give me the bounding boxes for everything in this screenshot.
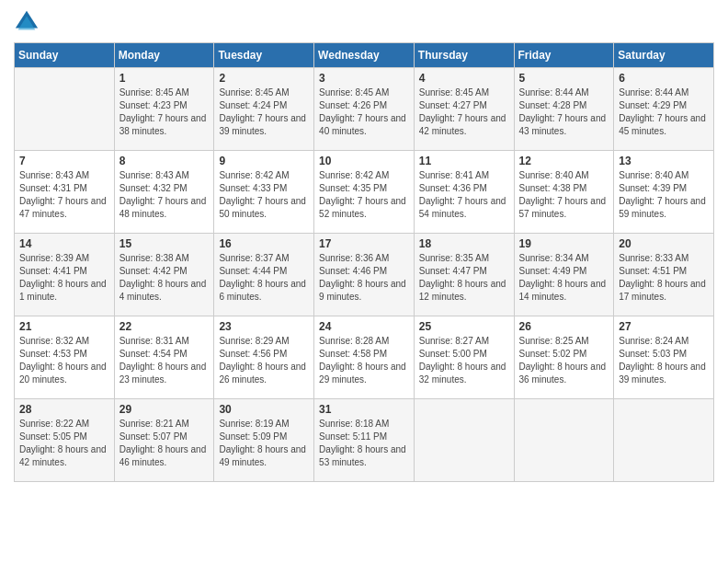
header-wednesday: Wednesday [314, 43, 415, 68]
day-info: Sunrise: 8:29 AMSunset: 4:56 PMDaylight:… [219, 335, 309, 386]
day-cell: 27Sunrise: 8:24 AMSunset: 5:03 PMDayligh… [614, 316, 714, 399]
logo-icon [14, 9, 40, 35]
day-info: Sunrise: 8:45 AMSunset: 4:27 PMDaylight:… [419, 86, 509, 138]
day-cell [414, 399, 514, 482]
day-info: Sunrise: 8:28 AMSunset: 4:58 PMDaylight:… [319, 335, 409, 386]
day-cell: 9Sunrise: 8:42 AMSunset: 4:33 PMDaylight… [214, 151, 314, 234]
day-info: Sunrise: 8:43 AMSunset: 4:32 PMDaylight:… [119, 169, 210, 221]
day-info: Sunrise: 8:42 AMSunset: 4:33 PMDaylight:… [219, 169, 309, 221]
day-cell: 5Sunrise: 8:44 AMSunset: 4:28 PMDaylight… [514, 68, 614, 151]
day-number: 22 [119, 320, 210, 333]
day-number: 27 [619, 320, 709, 333]
day-cell: 29Sunrise: 8:21 AMSunset: 5:07 PMDayligh… [114, 399, 214, 482]
day-cell: 8Sunrise: 8:43 AMSunset: 4:32 PMDaylight… [114, 151, 214, 234]
day-number: 30 [219, 403, 309, 416]
day-cell: 28Sunrise: 8:22 AMSunset: 5:05 PMDayligh… [15, 399, 115, 482]
day-cell: 7Sunrise: 8:43 AMSunset: 4:31 PMDaylight… [15, 151, 115, 234]
day-info: Sunrise: 8:45 AMSunset: 4:26 PMDaylight:… [319, 86, 409, 138]
day-number: 24 [319, 320, 409, 333]
day-info: Sunrise: 8:34 AMSunset: 4:49 PMDaylight:… [519, 252, 609, 304]
day-cell [614, 399, 714, 482]
day-info: Sunrise: 8:35 AMSunset: 4:47 PMDaylight:… [419, 252, 509, 304]
day-cell: 16Sunrise: 8:37 AMSunset: 4:44 PMDayligh… [214, 234, 314, 316]
day-cell: 18Sunrise: 8:35 AMSunset: 4:47 PMDayligh… [414, 234, 514, 316]
day-info: Sunrise: 8:39 AMSunset: 4:41 PMDaylight:… [19, 252, 109, 304]
day-number: 9 [219, 155, 309, 167]
day-info: Sunrise: 8:18 AMSunset: 5:11 PMDaylight:… [319, 418, 409, 469]
day-number: 26 [519, 320, 609, 333]
day-cell: 31Sunrise: 8:18 AMSunset: 5:11 PMDayligh… [314, 399, 415, 482]
day-cell: 4Sunrise: 8:45 AMSunset: 4:27 PMDaylight… [414, 68, 514, 151]
day-cell [15, 68, 115, 151]
day-info: Sunrise: 8:38 AMSunset: 4:42 PMDaylight:… [119, 252, 210, 304]
day-number: 21 [19, 320, 109, 333]
day-info: Sunrise: 8:37 AMSunset: 4:44 PMDaylight:… [219, 252, 309, 304]
day-info: Sunrise: 8:36 AMSunset: 4:46 PMDaylight:… [319, 252, 409, 304]
day-info: Sunrise: 8:41 AMSunset: 4:36 PMDaylight:… [419, 169, 509, 221]
day-cell [514, 399, 614, 482]
calendar-table: SundayMondayTuesdayWednesdayThursdayFrid… [14, 42, 714, 482]
week-row-1: 1Sunrise: 8:45 AMSunset: 4:23 PMDaylight… [15, 68, 714, 151]
day-cell: 25Sunrise: 8:27 AMSunset: 5:00 PMDayligh… [414, 316, 514, 399]
header-thursday: Thursday [414, 43, 514, 68]
header-row: SundayMondayTuesdayWednesdayThursdayFrid… [15, 43, 714, 68]
day-cell: 19Sunrise: 8:34 AMSunset: 4:49 PMDayligh… [514, 234, 614, 316]
day-cell: 24Sunrise: 8:28 AMSunset: 4:58 PMDayligh… [314, 316, 415, 399]
week-row-4: 21Sunrise: 8:32 AMSunset: 4:53 PMDayligh… [15, 316, 714, 399]
header-saturday: Saturday [614, 43, 714, 68]
day-number: 6 [619, 72, 709, 85]
day-cell: 26Sunrise: 8:25 AMSunset: 5:02 PMDayligh… [514, 316, 614, 399]
day-cell: 23Sunrise: 8:29 AMSunset: 4:56 PMDayligh… [214, 316, 314, 399]
day-number: 13 [619, 155, 709, 167]
day-info: Sunrise: 8:44 AMSunset: 4:29 PMDaylight:… [619, 86, 709, 138]
day-info: Sunrise: 8:31 AMSunset: 4:54 PMDaylight:… [119, 335, 210, 386]
day-number: 31 [319, 403, 409, 416]
day-number: 4 [419, 72, 509, 85]
day-info: Sunrise: 8:33 AMSunset: 4:51 PMDaylight:… [619, 252, 709, 304]
day-cell: 22Sunrise: 8:31 AMSunset: 4:54 PMDayligh… [114, 316, 214, 399]
day-info: Sunrise: 8:42 AMSunset: 4:35 PMDaylight:… [319, 169, 409, 221]
week-row-3: 14Sunrise: 8:39 AMSunset: 4:41 PMDayligh… [15, 234, 714, 316]
day-info: Sunrise: 8:24 AMSunset: 5:03 PMDaylight:… [619, 335, 709, 386]
day-number: 20 [619, 237, 709, 250]
day-cell: 20Sunrise: 8:33 AMSunset: 4:51 PMDayligh… [614, 234, 714, 316]
day-number: 1 [119, 72, 210, 85]
day-info: Sunrise: 8:40 AMSunset: 4:39 PMDaylight:… [619, 169, 709, 221]
day-info: Sunrise: 8:45 AMSunset: 4:24 PMDaylight:… [219, 86, 309, 138]
day-cell: 12Sunrise: 8:40 AMSunset: 4:38 PMDayligh… [514, 151, 614, 234]
week-row-2: 7Sunrise: 8:43 AMSunset: 4:31 PMDaylight… [15, 151, 714, 234]
day-info: Sunrise: 8:44 AMSunset: 4:28 PMDaylight:… [519, 86, 609, 138]
day-number: 15 [119, 237, 210, 250]
day-number: 5 [519, 72, 609, 85]
day-info: Sunrise: 8:32 AMSunset: 4:53 PMDaylight:… [19, 335, 109, 386]
day-number: 14 [19, 237, 109, 250]
week-row-5: 28Sunrise: 8:22 AMSunset: 5:05 PMDayligh… [15, 399, 714, 482]
day-number: 8 [119, 155, 210, 167]
day-info: Sunrise: 8:45 AMSunset: 4:23 PMDaylight:… [119, 86, 210, 138]
day-number: 2 [219, 72, 309, 85]
day-cell: 10Sunrise: 8:42 AMSunset: 4:35 PMDayligh… [314, 151, 415, 234]
logo [14, 9, 43, 35]
day-info: Sunrise: 8:40 AMSunset: 4:38 PMDaylight:… [519, 169, 609, 221]
day-cell: 1Sunrise: 8:45 AMSunset: 4:23 PMDaylight… [114, 68, 214, 151]
day-info: Sunrise: 8:43 AMSunset: 4:31 PMDaylight:… [19, 169, 109, 221]
day-number: 10 [319, 155, 409, 167]
header-monday: Monday [114, 43, 214, 68]
day-number: 23 [219, 320, 309, 333]
day-info: Sunrise: 8:19 AMSunset: 5:09 PMDaylight:… [219, 418, 309, 469]
day-cell: 2Sunrise: 8:45 AMSunset: 4:24 PMDaylight… [214, 68, 314, 151]
day-cell: 13Sunrise: 8:40 AMSunset: 4:39 PMDayligh… [614, 151, 714, 234]
day-number: 17 [319, 237, 409, 250]
header-sunday: Sunday [15, 43, 115, 68]
day-number: 29 [119, 403, 210, 416]
day-number: 25 [419, 320, 509, 333]
day-number: 12 [519, 155, 609, 167]
day-info: Sunrise: 8:22 AMSunset: 5:05 PMDaylight:… [19, 418, 109, 469]
day-number: 16 [219, 237, 309, 250]
day-info: Sunrise: 8:27 AMSunset: 5:00 PMDaylight:… [419, 335, 509, 386]
day-cell: 14Sunrise: 8:39 AMSunset: 4:41 PMDayligh… [15, 234, 115, 316]
day-cell: 3Sunrise: 8:45 AMSunset: 4:26 PMDaylight… [314, 68, 415, 151]
page-header [14, 9, 714, 35]
day-number: 11 [419, 155, 509, 167]
day-cell: 21Sunrise: 8:32 AMSunset: 4:53 PMDayligh… [15, 316, 115, 399]
